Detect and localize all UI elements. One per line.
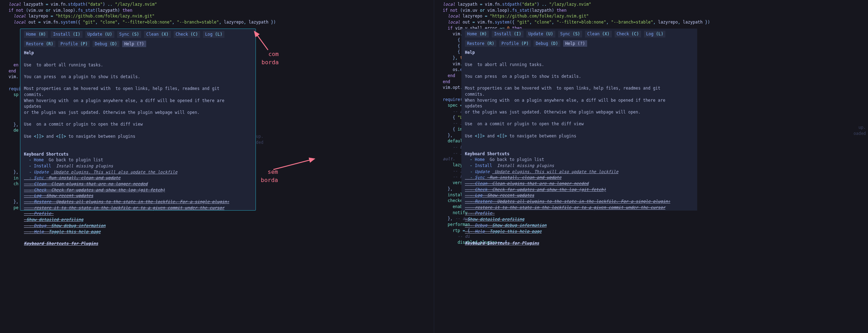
editor-pane-right: local lazypath = vim.fn.stdpath("data") …: [434, 0, 868, 333]
tab-clean[interactable]: Clean (X): [144, 31, 170, 38]
code-tail-right: up. oaded: [845, 125, 866, 136]
popup-tabs: Home (H)Install (I)Update (U)Sync (S)Cle…: [24, 31, 252, 47]
tab-clean[interactable]: Clean (X): [585, 31, 611, 37]
annotation-without-border: sem borda: [257, 168, 278, 184]
tab-log[interactable]: Log (L): [644, 31, 665, 37]
tab-update[interactable]: Update (U): [526, 31, 555, 37]
tab-install[interactable]: Install (I): [492, 31, 523, 37]
tab-update[interactable]: Update (U): [85, 31, 114, 38]
tab-debug[interactable]: Debug (D): [93, 41, 119, 47]
tab-home[interactable]: Home (H): [24, 31, 48, 38]
tab-profile[interactable]: Profile (P): [58, 41, 90, 47]
editor-pane-left: local lazypath = vim.fn.stdpath("data") …: [0, 0, 434, 333]
popup-tabs: Home (H)Install (I)Update (U)Sync (S)Cle…: [465, 31, 694, 47]
tab-sync[interactable]: Sync (S): [117, 31, 141, 38]
tab-debug[interactable]: Debug (D): [534, 40, 560, 47]
tab-install[interactable]: Install (I): [51, 31, 82, 38]
lazy-help-popup-borderless[interactable]: Home (H)Install (I)Update (U)Sync (S)Cle…: [461, 29, 697, 211]
popup-body: Help Use to abort all running tasks. You…: [465, 50, 694, 246]
code-background-left: local lazypath = vim.fn.stdpath("data") …: [0, 1, 434, 25]
tab-restore[interactable]: Restore (R): [465, 40, 496, 47]
arrow-without-border: [272, 153, 318, 173]
tab-check[interactable]: Check (C): [615, 31, 641, 37]
tab-restore[interactable]: Restore (R): [24, 41, 55, 47]
tab-help[interactable]: Help (?): [122, 41, 146, 47]
svg-line-0: [254, 31, 268, 50]
tab-sync[interactable]: Sync (S): [558, 31, 582, 37]
svg-line-1: [273, 159, 314, 170]
annotation-with-border: com borda: [257, 50, 279, 66]
tab-help[interactable]: Help (?): [563, 40, 587, 47]
tab-check[interactable]: Check (C): [174, 31, 200, 38]
lazy-help-popup-bordered[interactable]: Home (H)Install (I)Update (U)Sync (S)Cle…: [20, 29, 256, 211]
tab-home[interactable]: Home (H): [465, 31, 489, 37]
popup-body: Help Use to abort all running tasks. You…: [24, 50, 252, 246]
tab-profile[interactable]: Profile (P): [499, 40, 531, 47]
tab-log[interactable]: Log (L): [203, 31, 224, 38]
